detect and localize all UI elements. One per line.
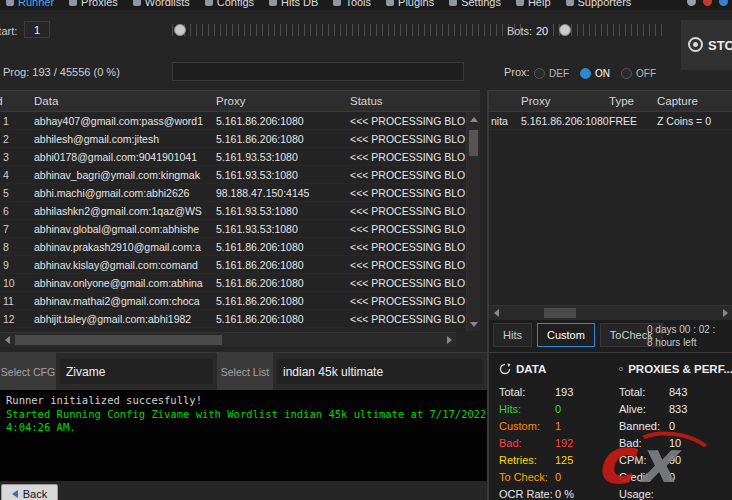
start-slider[interactable] bbox=[172, 22, 522, 38]
scroll-up-icon[interactable] bbox=[467, 112, 480, 126]
cell-proxy: 5.161.93.53:1080 bbox=[216, 205, 350, 217]
cell-id: 9 bbox=[0, 259, 34, 271]
config-name-field[interactable]: Zivame bbox=[60, 359, 213, 384]
runner-icon bbox=[6, 0, 14, 6]
stat-row-banned-: Banned:0 bbox=[619, 418, 732, 435]
menu-item-runner[interactable]: Runner bbox=[6, 0, 54, 8]
results-vertical-scrollbar[interactable] bbox=[466, 112, 480, 331]
stat-value: 0 % bbox=[555, 486, 574, 500]
start-slider-thumb[interactable] bbox=[174, 24, 186, 36]
cell-data: abhinav.global@gmail.com:abhishe bbox=[34, 223, 216, 235]
cell-data: abhinav.prakash2910@gmail.com:a bbox=[34, 241, 216, 253]
table-row[interactable]: 12abhijit.taley@gmail.com:abhi19825.161.… bbox=[0, 310, 480, 328]
stat-row-to-check-: To Check:0 bbox=[499, 469, 613, 486]
table-row[interactable]: 7abhinav.global@gmail.com:abhishe5.161.9… bbox=[0, 220, 480, 238]
hit-row[interactable]: nita5.161.86.206:1080FREEZ Coins = 0 bbox=[489, 112, 732, 130]
hits-horizontal-scrollbar[interactable] bbox=[489, 305, 732, 320]
menu-item-help[interactable]: Help bbox=[516, 0, 551, 8]
column-header-id[interactable]: Id bbox=[0, 95, 34, 107]
column-header-proxy[interactable]: Proxy bbox=[216, 95, 350, 107]
blue-badge-icon[interactable] bbox=[719, 0, 728, 6]
select-list-button[interactable]: Select List bbox=[217, 353, 273, 390]
menu-item-hits-db[interactable]: Hits DB bbox=[269, 0, 318, 8]
progress-label: Prog: 193 / 45556 (0 %) bbox=[3, 66, 120, 78]
bots-slider-thumb[interactable] bbox=[559, 24, 571, 36]
menu-item-plugins[interactable]: Plugins bbox=[386, 0, 434, 8]
table-row[interactable]: 1abhay407@gmail.com:pass@word15.161.86.2… bbox=[0, 112, 480, 130]
results-scrollbar-thumb[interactable] bbox=[469, 130, 478, 156]
select-config-button[interactable]: Select CFG bbox=[0, 353, 56, 390]
stat-value: 0 bbox=[555, 401, 561, 418]
table-row[interactable]: 6abhilashkn2@gmail.com:1qaz@WS5.161.93.5… bbox=[0, 202, 480, 220]
stop-button[interactable]: STOP bbox=[681, 20, 732, 70]
column-header-status[interactable]: Status bbox=[350, 95, 480, 107]
proxy-mode-group: DEFONOFF bbox=[534, 63, 656, 83]
scroll-left-icon[interactable] bbox=[489, 306, 503, 320]
help-icon bbox=[516, 0, 524, 6]
results-horizontal-scrollbar[interactable] bbox=[0, 332, 456, 347]
cell-id: 13 bbox=[0, 331, 34, 332]
menu-item-label: Hits DB bbox=[281, 0, 318, 8]
wordlist-name-field[interactable]: indian 45k ultimate bbox=[277, 359, 482, 384]
scroll-right-icon[interactable] bbox=[718, 306, 732, 320]
cell-proxy: 5.161.86.206:1080 bbox=[216, 241, 350, 253]
proxy-mode-off[interactable]: OFF bbox=[621, 68, 656, 79]
menu-item-configs[interactable]: Configs bbox=[205, 0, 254, 8]
column-header-hit-proxy[interactable]: Proxy bbox=[521, 95, 609, 107]
cell-id: 2 bbox=[0, 133, 34, 145]
table-row[interactable]: 9abhinav.kislay@gmail.com:comand5.161.86… bbox=[0, 256, 480, 274]
menu-item-label: Supporters bbox=[578, 0, 632, 8]
stat-value: 125 bbox=[555, 452, 573, 469]
back-button[interactable]: Back bbox=[1, 484, 58, 500]
menu-item-tools[interactable]: Tools bbox=[333, 0, 371, 8]
scroll-right-icon[interactable] bbox=[442, 333, 456, 347]
stat-label: Hits: bbox=[499, 401, 555, 418]
proxy-mode-def[interactable]: DEF bbox=[534, 68, 569, 79]
scroll-left-icon[interactable] bbox=[0, 333, 14, 347]
cell-id: 6 bbox=[0, 205, 34, 217]
cell-status: <<< PROCESSING BLO bbox=[350, 313, 480, 325]
table-row[interactable]: 4abhinav_bagri@ymail.com:kingmak5.161.93… bbox=[0, 166, 480, 184]
results-grid: Id Data Proxy Status 1abhay407@gmail.com… bbox=[0, 90, 480, 331]
proxy-mode-on[interactable]: ON bbox=[580, 68, 610, 79]
scroll-down-icon[interactable] bbox=[467, 317, 480, 331]
phone-icon[interactable] bbox=[687, 0, 696, 6]
column-header-hit-capture[interactable]: Capture bbox=[657, 95, 732, 107]
proxy-mode-label: Prox: bbox=[504, 66, 530, 78]
stat-value: 192 bbox=[555, 435, 573, 452]
bots-slider[interactable] bbox=[553, 22, 665, 38]
stat-label: Alive: bbox=[619, 401, 669, 418]
hits-rows: nita5.161.86.206:1080FREEZ Coins = 0 bbox=[489, 112, 732, 130]
start-slider-track bbox=[172, 24, 522, 36]
menu-item-settings[interactable]: Settings bbox=[449, 0, 501, 8]
cell-proxy: 5.161.86.206:1080 bbox=[216, 259, 350, 271]
hits-grid-header: Proxy Type Capture bbox=[489, 91, 732, 112]
stat-row-ocr-rate-: OCR Rate:0 % bbox=[499, 486, 613, 500]
data-stat-rows: Total:193Hits:0Custom:1Bad:192Retries:12… bbox=[499, 384, 613, 500]
table-row[interactable]: 11abhinav.mathai2@gmail.com:choca5.161.8… bbox=[0, 292, 480, 310]
stat-label: OCR Rate: bbox=[499, 486, 555, 500]
red-badge-icon[interactable] bbox=[703, 0, 712, 6]
menu-item-label: Settings bbox=[461, 0, 501, 8]
radio-icon bbox=[621, 68, 632, 79]
stat-label: Usage: bbox=[619, 486, 669, 500]
table-row[interactable]: 5abhi.machi@gmail.com:abhi262698.188.47.… bbox=[0, 184, 480, 202]
menu-item-proxies[interactable]: Proxies bbox=[69, 0, 118, 8]
table-row[interactable]: 8abhinav.prakash2910@gmail.com:a5.161.86… bbox=[0, 238, 480, 256]
table-row[interactable]: 13abhinandan29@gmail.com:sumana5.161.86.… bbox=[0, 328, 480, 331]
results-hscrollbar-thumb[interactable] bbox=[15, 335, 222, 345]
menu-item-wordlists[interactable]: Wordlists bbox=[133, 0, 190, 8]
hits-scrollbar-thumb[interactable] bbox=[544, 308, 576, 318]
column-header-hit-type[interactable]: Type bbox=[609, 95, 657, 107]
runner-log: Runner initialized succesfully!Started R… bbox=[0, 390, 488, 481]
table-row[interactable]: 2abhilesh@gmail.com:jitesh5.161.86.206:1… bbox=[0, 130, 480, 148]
tab-hits[interactable]: Hits bbox=[493, 323, 532, 347]
start-input[interactable] bbox=[24, 21, 50, 38]
tab-custom[interactable]: Custom bbox=[537, 323, 595, 347]
table-row[interactable]: 10abhinav.onlyone@gmail.com:abhina5.161.… bbox=[0, 274, 480, 292]
results-grid-header: Id Data Proxy Status bbox=[0, 91, 480, 112]
table-row[interactable]: 3abhi0178@gmail.com:90419010415.161.93.5… bbox=[0, 148, 480, 166]
menu-item-supporters[interactable]: Supporters bbox=[566, 0, 632, 8]
column-header-data[interactable]: Data bbox=[34, 95, 216, 107]
cell-data: abhijit.taley@gmail.com:abhi1982 bbox=[34, 313, 216, 325]
